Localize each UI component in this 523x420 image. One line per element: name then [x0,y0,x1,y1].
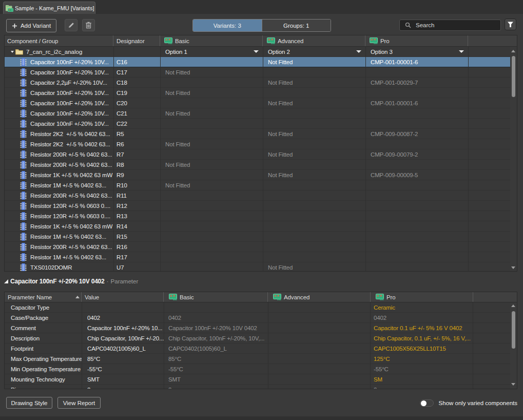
document-tab[interactable]: Sample - Kame_FMU [Variants] [3,2,95,14]
search-input[interactable] [416,22,493,28]
component-designator: C16 [117,59,127,65]
component-row[interactable]: Capacitor 100nF +/-20% 10V... C20 Not Fi… [5,98,511,108]
section-collapse-icon[interactable] [4,279,8,283]
scroll-down-icon[interactable] [511,266,515,269]
scroll-up-icon[interactable] [511,50,515,52]
parameter-row[interactable]: Min Operating Temperature -55°C -55°C -5… [5,364,511,374]
component-row[interactable]: Resistor 2K2 +/-5 % 0402 63... R5 Not Fi… [5,129,511,139]
component-name: Resistor 120R +/-5 % 0603 0.... [30,203,110,209]
scrollbar-thumb[interactable] [512,311,515,349]
parameter-table-scrollbar[interactable] [510,302,517,389]
basic-variant-cell: Not Fitted [165,162,190,168]
column-header-param-advanced[interactable]: Advanced [268,292,371,302]
edit-variant-button[interactable] [65,19,78,31]
component-designator: R10 [117,182,127,188]
scrollbar-thumb[interactable] [512,56,515,97]
advanced-variant-cell: Not Fitted [268,100,293,106]
parameter-pro-value: 0402 [374,315,386,321]
parameter-name: Min Operating Temperature [11,366,81,372]
column-divider [268,302,268,389]
parameter-row[interactable]: Capacitor Type Ceramic [5,302,511,313]
parameter-value: -55°C [87,366,102,372]
component-row[interactable]: Resistor 1K +/-5 % 0402 63 mW R9 Not Fit… [5,170,511,180]
component-row[interactable]: Capacitor 100nF +/-20% 10V... C21 Not Fi… [5,108,511,119]
column-divider [113,47,114,271]
component-ic-icon [20,99,27,107]
group-cell[interactable]: 7_can_rc_i2c_analog [5,47,113,56]
drawing-style-button[interactable]: Drawing Style [6,397,52,409]
scroll-up-icon[interactable] [511,304,515,307]
group-name: 7_can_rc_i2c_analog [26,49,82,55]
parameter-row[interactable]: Case/Package 0402 0402 0402 [5,313,511,323]
column-divider [473,302,473,389]
advanced-variant-cell: Not Fitted [268,80,293,86]
parameter-row[interactable]: Description Chip Capacitor, 100nF +/-20.… [5,333,511,343]
component-row[interactable]: Resistor 200R +/-5 % 0402 63... R16 [5,242,511,252]
parameter-basic-value: 2 [168,387,171,390]
view-report-button[interactable]: View Report [57,397,101,409]
variant-pcb-icon [370,37,378,44]
parameter-row[interactable]: Footprint CAPC0402(1005)60_L CAPC0402(10… [5,343,511,354]
advanced-variant-cell: Not Fitted [268,264,293,271]
add-variant-button[interactable]: Add Variant [6,19,56,32]
basic-variant-cell: Not Fitted [165,182,190,188]
parameter-basic-value: Chip Capacitor, 100nF +/-20%, 10V,... [168,335,264,341]
column-header-parameter-name[interactable]: Parameter Name [5,292,82,302]
component-row[interactable]: Resistor 1M +/-5 % 0402 63... R10 Not Fi… [5,180,511,190]
component-name: Resistor 1M +/-5 % 0402 63... [30,182,106,188]
component-name: Resistor 2K2 +/-5 % 0402 63... [30,131,110,137]
column-header-designator[interactable]: Designator [113,35,160,46]
component-row[interactable]: TXS0102DOMR U7 Not Fitted [5,262,511,272]
column-header-advanced[interactable]: Advanced [263,35,365,46]
variant-option-dropdown-pro[interactable]: Option 3 [365,47,468,56]
parameter-row[interactable]: Mounting Technology SMT SMT SM [5,374,511,385]
parameter-row[interactable]: Comment Capacitor 100nF +/-20% 10... Cap… [5,323,511,333]
tree-expand-icon[interactable] [11,51,14,53]
row-spacer-cell [468,180,511,190]
component-row[interactable]: Resistor 200R +/-5 % 0402 63... R8 Not F… [5,160,511,170]
groups-tab[interactable]: Groups: 1 [262,20,331,31]
column-header-param-pro[interactable]: Pro [371,292,473,302]
component-ic-icon [20,89,27,97]
column-header-value[interactable]: Value [82,292,164,302]
component-row[interactable]: Capacitor 2,2µF +/-20% 10V... C18 Not Fi… [5,78,511,88]
row-spacer-cell [468,98,511,108]
column-header-basic[interactable]: Basic [160,35,263,46]
component-row[interactable]: Capacitor 100nF +/-20% 10V... C19 Not Fi… [5,88,511,98]
scroll-down-icon[interactable] [511,383,515,386]
component-row[interactable]: Capacitor 100nF +/-20% 10V... C22 [5,119,511,129]
column-divider [82,302,82,389]
component-row[interactable]: Resistor 120R +/-5 % 0603 0.... R13 [5,211,511,221]
component-row[interactable]: Capacitor 100nF +/-20% 10V... C17 Not Fi… [5,67,511,78]
parameter-name: Footprint [11,346,33,352]
parameter-basic-value: -55°C [168,366,183,372]
column-header-pro[interactable]: Pro [365,35,468,46]
component-row[interactable]: Resistor 200R +/-5 % 0402 63... R11 [5,190,511,201]
component-ic-icon [20,243,27,251]
show-varied-toggle[interactable] [420,399,434,407]
variant-option-dropdown-advanced[interactable]: Option 2 [263,47,365,56]
variant-table-scrollbar[interactable] [510,47,517,271]
column-header-component-group[interactable]: Component / Group [5,35,113,46]
component-row[interactable]: Resistor 1M +/-5 % 0402 63... R17 [5,252,511,262]
column-header-param-basic[interactable]: Basic [164,292,268,302]
parameter-row[interactable]: Pins 2 2 2 [5,385,511,389]
parameter-name: Comment [11,325,36,331]
column-header-spacer [473,292,517,302]
bottom-strip [0,416,523,420]
component-row[interactable]: Resistor 120R +/-5 % 0603 0.... R12 [5,201,511,211]
chevron-down-icon [254,50,259,53]
component-row[interactable]: Capacitor 100nF +/-20% 10V... C16 Not Fi… [5,57,511,67]
component-row[interactable]: Resistor 200R +/-5 % 0402 63... R7 Not F… [5,149,511,160]
delete-variant-button[interactable] [82,19,95,31]
variants-tab[interactable]: Variants: 3 [193,20,262,31]
search-box[interactable] [399,20,501,31]
variant-option-dropdown-basic[interactable]: Option 1 [160,47,263,56]
filter-button[interactable] [505,18,516,30]
component-row[interactable]: Resistor 2K2 +/-5 % 0402 63... R6 Not Fi… [5,139,511,149]
component-row[interactable]: Resistor 1K +/-5 % 0402 63 mW R14 [5,221,511,232]
parameter-row[interactable]: Max Operating Temperature 85°C 85°C 125°… [5,354,511,364]
component-designator: R15 [117,234,127,240]
pro-variant-cell: CMP-001-00001-6 [371,100,418,106]
component-row[interactable]: Resistor 1M +/-5 % 0402 63... R15 [5,232,511,242]
